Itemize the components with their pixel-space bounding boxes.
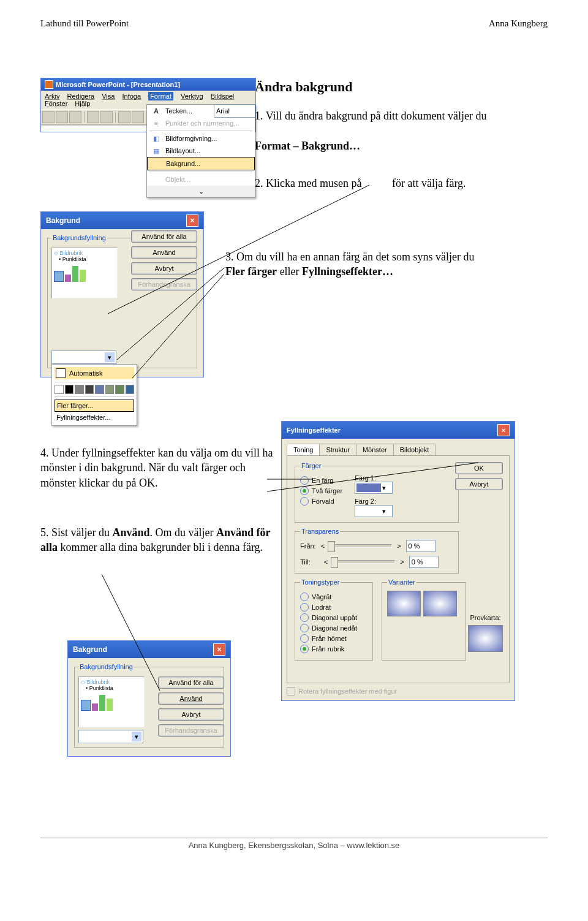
cancel-button[interactable]: Avbryt — [455, 478, 503, 490]
toolbar-icon[interactable] — [132, 111, 144, 123]
menuitem-bildformgivning[interactable]: ◧Bildformgivning... — [147, 132, 255, 145]
menuitem-bildlayout[interactable]: ▦Bildlayout... — [147, 145, 255, 157]
label-to: Till: — [300, 558, 311, 566]
group-shading: Toningstyper — [300, 578, 341, 586]
transparency-to-slider[interactable] — [333, 560, 395, 564]
tab-struktur[interactable]: Struktur — [319, 444, 356, 455]
color1-select[interactable]: ▾ — [355, 482, 393, 494]
color-dropdown-button[interactable]: ▾ — [51, 351, 116, 364]
radio-diag-up[interactable]: Diagonal uppåt — [300, 613, 368, 622]
transparency-from-value[interactable]: 0 % — [406, 540, 435, 552]
apply-all-button[interactable]: Använd för alla — [131, 230, 197, 243]
close-icon[interactable]: × — [213, 643, 225, 656]
menuitem-punkter: ≡Punkter och numrering... — [147, 117, 255, 129]
color-swatch-row[interactable] — [55, 385, 134, 394]
format-dropdown[interactable]: ATecken... ≡Punkter och numrering... ◧Bi… — [146, 104, 255, 198]
toolbar-icon[interactable] — [118, 111, 130, 123]
rotate-label: Rotera fyllningseffekter med figur — [298, 688, 397, 695]
menu-fonster[interactable]: Fönster — [45, 100, 67, 107]
variant-option[interactable] — [387, 591, 421, 616]
chevron-down-icon: ▾ — [105, 352, 115, 362]
menu-verktyg[interactable]: Verktyg — [181, 93, 203, 100]
rotate-checkbox — [287, 687, 295, 695]
powerpoint-icon — [45, 80, 53, 89]
chevron-down-icon: ▾ — [132, 732, 141, 741]
cancel-button[interactable]: Avbryt — [131, 262, 197, 275]
background-preview: ◇ Bildrubrik • Punktlista — [78, 677, 145, 727]
label-from: Från: — [300, 542, 316, 550]
label-color2: Färg 2: — [355, 498, 393, 505]
color-swatch[interactable] — [65, 385, 74, 394]
toolbar-icon[interactable] — [87, 111, 99, 123]
group-colors: Färger — [300, 462, 322, 469]
close-icon[interactable]: × — [497, 424, 510, 436]
step-2: 2. Klicka med musen på för att välja fär… — [255, 176, 533, 191]
menu-infoga[interactable]: Infoga — [122, 93, 141, 100]
ok-button[interactable]: OK — [455, 462, 503, 474]
step-3: 3. Om du vill ha en annan färg än det so… — [225, 249, 519, 279]
menuitem-more-colors[interactable]: Fler färger... — [55, 400, 134, 412]
toolbar-icon[interactable] — [100, 111, 113, 123]
doc-header-left: Lathund till PowerPoint — [40, 18, 129, 29]
group-transparency: Transparens — [300, 528, 340, 535]
menuitem-bakgrund[interactable]: Bakgrund... — [147, 157, 255, 170]
radio-forvald[interactable]: Förvald — [300, 497, 342, 506]
menu-hjalp[interactable]: Hjälp — [75, 100, 90, 107]
color-swatch[interactable] — [95, 385, 104, 394]
dialog-titlebar: Bakgrund × — [68, 641, 230, 658]
transparency-from-slider[interactable] — [330, 544, 392, 548]
color-swatch[interactable] — [85, 385, 94, 394]
bakgrund-dialog: Bakgrund × Bakgrundsfyllning ◇ Bildrubri… — [40, 211, 204, 377]
preview-button: Förhandsgranska — [131, 278, 197, 290]
menu-redigera[interactable]: Redigera — [67, 93, 95, 100]
color-automatic[interactable]: Automatisk — [55, 367, 134, 379]
color2-select[interactable]: ▾ — [355, 505, 393, 517]
menu-format[interactable]: Format — [148, 92, 173, 100]
radio-lodrat[interactable]: Lodrät — [300, 603, 368, 612]
color-swatch[interactable] — [75, 385, 84, 394]
dropdown-expand-icon[interactable]: ⌄ — [147, 186, 255, 197]
radio-vagrat[interactable]: Vågrät — [300, 593, 368, 601]
sample-preview — [468, 625, 503, 652]
color-dropdown-button[interactable]: ▾ — [78, 730, 143, 743]
toolbar-icon[interactable] — [56, 111, 68, 123]
tab-monster[interactable]: Mönster — [356, 444, 394, 455]
preview-button: Förhandsgranska — [158, 724, 224, 737]
radio-diag-down[interactable]: Diagonal nedåt — [300, 624, 368, 632]
cancel-button[interactable]: Avbryt — [158, 708, 224, 721]
color-swatch[interactable] — [126, 385, 135, 394]
toolbar-icon[interactable] — [69, 111, 81, 123]
close-icon[interactable]: × — [186, 214, 198, 227]
radio-tva-farger[interactable]: Två färger — [300, 487, 342, 495]
apply-button[interactable]: Använd — [131, 246, 197, 259]
color-menu[interactable]: Automatisk — [51, 364, 137, 426]
radio-en-farg[interactable]: En färg — [300, 476, 342, 485]
color-swatch[interactable] — [105, 385, 115, 394]
group-variants: Varianter — [387, 578, 417, 586]
transparency-to-value[interactable]: 0 % — [409, 556, 439, 568]
menuitem-fill-effects[interactable]: Fyllningseffekter... — [55, 412, 134, 423]
bakgrund-dialog-2: Bakgrund × Bakgrundsfyllning ◇ Bildrubri… — [67, 640, 231, 757]
menuitem-objekt: Objekt... — [147, 173, 255, 186]
color-swatch[interactable] — [55, 385, 64, 394]
menu-bildspel[interactable]: Bildspel — [211, 93, 235, 100]
radio-hornet[interactable]: Från hörnet — [300, 634, 368, 643]
tab-toning[interactable]: Toning — [287, 444, 320, 455]
background-preview: ◇ Bildrubrik • Punktlista — [51, 248, 118, 298]
apply-button[interactable]: Använd — [158, 692, 224, 705]
powerpoint-window-screenshot: Microsoft PowerPoint - [Presentation1] A… — [40, 78, 256, 132]
apply-all-button[interactable]: Använd för alla — [158, 677, 224, 689]
font-selector[interactable]: Arial — [214, 104, 255, 118]
tab-bildobjekt[interactable]: Bildobjekt — [393, 444, 436, 455]
toolbar-icon[interactable] — [42, 111, 55, 123]
menu-arkiv[interactable]: Arkiv — [45, 93, 59, 100]
color-swatch[interactable] — [115, 385, 124, 394]
dialog-titlebar: Fyllningseffekter × — [282, 422, 514, 439]
radio-rubrik[interactable]: Från rubrik — [300, 645, 368, 653]
section-title: Ändra bakgrund — [255, 78, 353, 96]
variant-option[interactable] — [423, 591, 457, 616]
tab-strip[interactable]: Toning Struktur Mönster Bildobjekt — [287, 444, 510, 455]
menu-visa[interactable]: Visa — [102, 93, 115, 100]
label-color1: Färg 1: — [355, 474, 393, 482]
step-1: 1. Vill du ändra bakgrund på ditt dokume… — [255, 108, 533, 153]
